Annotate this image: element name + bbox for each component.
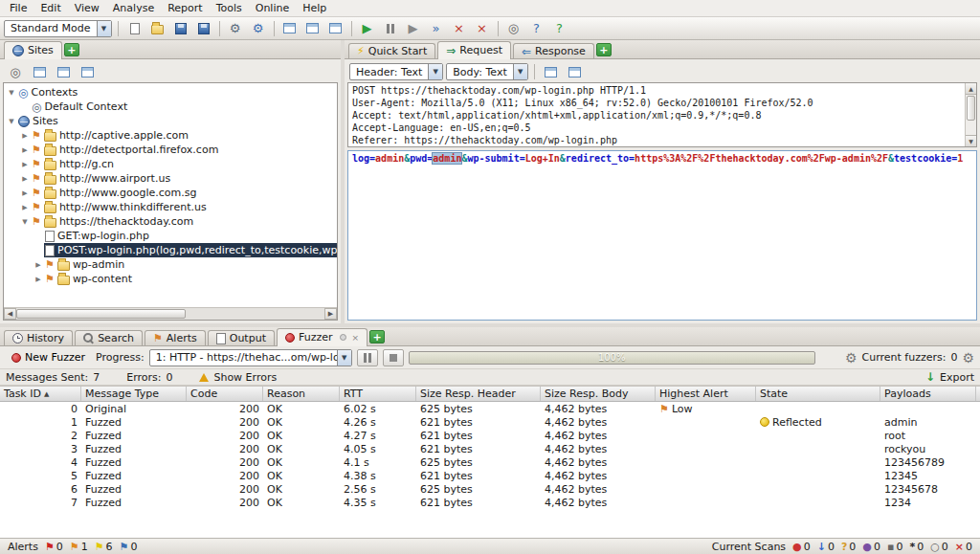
expand-icon[interactable]: ▶ <box>19 175 31 183</box>
fuzzer-result-row[interactable]: 2Fuzzed200OK4.27 s621 bytes4,462 bytesro… <box>0 429 980 442</box>
persist-session-icon[interactable] <box>170 19 191 38</box>
tab-pin-icon[interactable] <box>340 334 346 341</box>
menu-file[interactable]: File <box>4 1 33 15</box>
work-tab-quick-start[interactable]: Quick Start <box>348 43 435 58</box>
options-icon[interactable]: ⚙ <box>248 19 269 38</box>
bottom-tab-alerts[interactable]: Alerts <box>145 330 206 345</box>
column-header-state[interactable]: State <box>756 387 880 401</box>
column-header-message-type[interactable]: Message Type <box>81 387 187 401</box>
new-session-icon[interactable] <box>124 19 145 38</box>
expand-icon[interactable]: ▶ <box>19 204 31 211</box>
sites-tree[interactable]: ▼ContextsDefault Context▼Sites▶http://ca… <box>4 83 337 307</box>
new-fuzzer-button[interactable]: New Fuzzer <box>6 348 91 367</box>
fuzzer-result-row[interactable]: 6Fuzzed200OK2.56 s625 bytes4,462 bytes12… <box>0 482 980 496</box>
request-header-editor[interactable]: POST https://thehacktoday.com/wp-login.p… <box>347 82 977 147</box>
expand-icon[interactable]: ▶ <box>19 189 31 197</box>
syntax-highlight-toggle-icon[interactable] <box>541 62 562 81</box>
menu-tools[interactable]: Tools <box>211 1 248 15</box>
scroll-down-icon[interactable]: ▼ <box>966 135 976 146</box>
collapse-icon[interactable]: ▼ <box>19 218 31 226</box>
layout-right-icon[interactable] <box>77 62 98 81</box>
expand-icon[interactable]: ▶ <box>19 161 31 168</box>
medium-alerts-flag[interactable]: ⚑1 <box>70 541 88 553</box>
high-alerts-flag[interactable]: ⚑0 <box>45 541 63 553</box>
tree-node-http-www-airport-us[interactable]: ▶http://www.airport.us <box>4 171 337 186</box>
low-alerts-flag[interactable]: ⚑6 <box>95 541 113 553</box>
menu-online[interactable]: Online <box>250 1 295 15</box>
tree-node-wp-admin[interactable]: ▶wp-admin <box>4 257 337 272</box>
bottom-tab-fuzzer[interactable]: Fuzzer× <box>277 328 368 346</box>
stop-break-icon[interactable]: × <box>449 19 470 38</box>
tree-node-http-g-cn[interactable]: ▶http://g.cn <box>4 157 337 171</box>
tree-node-https-thehacktoday-com[interactable]: ▼https://thehacktoday.com <box>4 214 337 229</box>
bottom-new-tab-button[interactable]: + <box>369 330 385 343</box>
tree-node-http-www-thinkdifferent-us[interactable]: ▶http://www.thinkdifferent.us <box>4 200 337 214</box>
collapse-icon[interactable]: ▼ <box>6 89 17 97</box>
scroll-up-icon[interactable]: ▲ <box>966 83 976 95</box>
pause-break-icon[interactable] <box>380 19 401 38</box>
fuzzer-result-row[interactable]: 5Fuzzed200OK4.38 s621 bytes4,462 bytes12… <box>0 469 980 482</box>
resume-break-icon[interactable]: » <box>426 19 447 38</box>
scrollbar-thumb[interactable] <box>16 309 186 319</box>
menu-report[interactable]: Report <box>162 1 208 15</box>
sites-horizontal-scrollbar[interactable]: ◀ ▶ <box>4 307 337 320</box>
request-header-scrollbar[interactable]: ▲ ▼ <box>965 83 976 146</box>
scrollbar-track[interactable] <box>16 308 324 320</box>
maximize-panel-icon[interactable] <box>279 19 301 38</box>
column-header-size-resp-body[interactable]: Size Resp. Body <box>541 387 656 401</box>
tree-node-default-context[interactable]: Default Context <box>4 100 337 114</box>
continue-break-icon[interactable]: ▶ <box>357 19 378 38</box>
snapshot-session-icon[interactable] <box>193 19 214 38</box>
layout-default-icon[interactable] <box>302 19 323 38</box>
menu-analyse[interactable]: Analyse <box>107 1 160 15</box>
menu-help[interactable]: Help <box>297 1 332 15</box>
tree-node-http-captive-apple-com[interactable]: ▶http://captive.apple.com <box>4 128 337 143</box>
fuzzer-result-row[interactable]: 7Fuzzed200OK4.35 s621 bytes4,462 bytes12… <box>0 496 980 509</box>
expand-icon[interactable]: ▶ <box>33 276 44 283</box>
body-view-select[interactable]: Body: Text ▼ <box>446 63 527 80</box>
menu-edit[interactable]: Edit <box>34 1 66 15</box>
export-button[interactable]: Export <box>940 371 974 384</box>
help-icon[interactable]: ? <box>526 19 547 38</box>
fuzzer-progress-select[interactable]: 1: HTTP - https://thehac...om/wp-login.p… <box>149 349 352 366</box>
pause-fuzzer-button[interactable] <box>357 349 378 366</box>
combined-view-toggle-icon[interactable] <box>565 62 586 81</box>
layout-center-icon[interactable] <box>53 62 74 81</box>
fuzzer-options-gear-icon[interactable]: ⚙ <box>962 350 974 366</box>
drop-message-icon[interactable]: × <box>472 19 493 38</box>
column-header-size-resp-header[interactable]: Size Resp. Header <box>416 387 541 401</box>
open-session-icon[interactable] <box>147 19 168 38</box>
collapse-icon[interactable]: ▼ <box>6 118 17 125</box>
work-tab-request[interactable]: Request <box>437 41 511 59</box>
layout-left-icon[interactable] <box>29 62 50 81</box>
stop-fuzzer-button[interactable] <box>383 349 404 366</box>
column-header-rtt[interactable]: RTT <box>340 387 416 401</box>
expand-icon[interactable]: ▶ <box>19 132 31 140</box>
menu-view[interactable]: View <box>69 1 105 15</box>
info-alerts-flag[interactable]: ⚑0 <box>120 541 138 553</box>
scope-target-icon[interactable]: ◎ <box>503 19 524 38</box>
column-header-highest-alert[interactable]: Highest Alert <box>656 387 756 401</box>
bottom-tab-output[interactable]: Output <box>208 330 275 345</box>
column-header-payloads[interactable]: Payloads <box>880 387 976 401</box>
show-errors-toggle[interactable]: Show Errors <box>213 371 277 384</box>
fuzzer-result-row[interactable]: 4Fuzzed200OK4.1 s625 bytes4,462 bytes123… <box>0 455 980 469</box>
sites-tab-sites[interactable]: Sites <box>4 41 62 59</box>
header-view-select[interactable]: Header: Text ▼ <box>349 63 443 80</box>
mode-select[interactable]: Standard Mode ▼ <box>4 20 112 37</box>
work-new-tab-button[interactable]: + <box>596 43 612 56</box>
work-tab-response[interactable]: Response <box>513 43 594 58</box>
fuzzer-result-row[interactable]: 1Fuzzed200OK4.26 s621 bytes4,462 bytesRe… <box>0 415 980 429</box>
tree-node-http-www-google-com-sg[interactable]: ▶http://www.google.com.sg <box>4 186 337 200</box>
scroll-right-icon[interactable]: ▶ <box>324 308 337 320</box>
scroll-left-icon[interactable]: ◀ <box>4 308 16 320</box>
layout-tabbed-icon[interactable] <box>325 19 346 38</box>
fuzzer-result-row[interactable]: 0Original200OK6.02 s625 bytes4,462 bytes… <box>0 402 980 415</box>
bottom-tab-history[interactable]: History <box>4 330 73 345</box>
check-for-updates-icon[interactable]: ? <box>549 19 570 38</box>
sites-new-tab-button[interactable]: + <box>64 43 79 56</box>
tree-node-contexts[interactable]: ▼Contexts <box>4 85 337 100</box>
target-filter-icon[interactable]: ◎ <box>5 62 26 81</box>
bottom-tab-search[interactable]: Search <box>75 330 143 345</box>
expand-icon[interactable]: ▶ <box>33 261 44 269</box>
